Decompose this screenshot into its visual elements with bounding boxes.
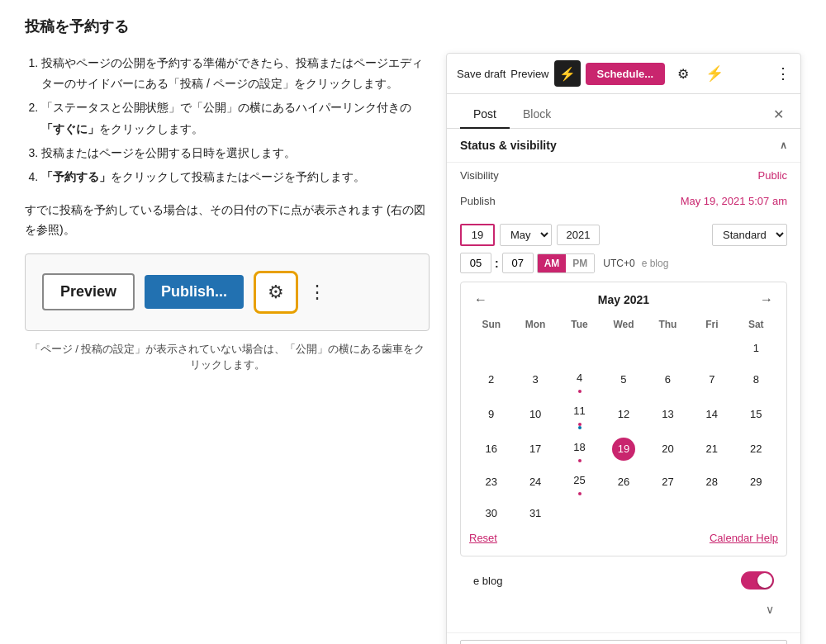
calendar-day[interactable]: 7 bbox=[690, 363, 733, 396]
day-header-fri: Fri bbox=[690, 315, 733, 334]
tab-block[interactable]: Block bbox=[510, 101, 564, 129]
calendar-day bbox=[646, 334, 690, 363]
blog-toggle[interactable] bbox=[741, 571, 774, 590]
more-options-button[interactable]: ⋮ bbox=[308, 282, 326, 303]
calendar-day[interactable]: 27 bbox=[646, 466, 690, 499]
time-row: : AM PM UTC+0 e blog bbox=[460, 253, 787, 273]
instruction-item-1: 投稿やページの公開を予約する準備ができたら、投稿またはページエディターのサイドバ… bbox=[41, 53, 430, 94]
calendar-day[interactable]: 9 bbox=[469, 396, 513, 433]
calendar-day-headers: Sun Mon Tue Wed Thu Fri Sat bbox=[469, 315, 778, 334]
publish-button[interactable]: Publish... bbox=[145, 275, 244, 309]
caption-1: 「ページ / 投稿の設定」が表示されていない場合は、「公開」の横にある歯車をクリ… bbox=[25, 341, 430, 373]
calendar-day[interactable]: 15 bbox=[734, 396, 778, 433]
calendar-week: 3031 bbox=[469, 499, 778, 528]
calendar-grid: Sun Mon Tue Wed Thu Fri Sat 123456789101… bbox=[469, 315, 778, 528]
preview-button[interactable]: Preview bbox=[42, 273, 135, 310]
publish-value[interactable]: May 19, 2021 5:07 am bbox=[681, 195, 787, 207]
calendar-day[interactable]: 16 bbox=[469, 433, 513, 466]
hour-input[interactable] bbox=[460, 253, 491, 273]
calendar-day[interactable]: 1 bbox=[734, 334, 778, 363]
calendar-week: 16171819202122 bbox=[469, 433, 778, 466]
pm-button[interactable]: PM bbox=[566, 254, 594, 272]
preview-box: Preview Publish... ⚙ ⋮ bbox=[25, 253, 430, 331]
calendar-day bbox=[690, 499, 733, 528]
calendar-day[interactable]: 17 bbox=[513, 433, 557, 466]
tab-post[interactable]: Post bbox=[460, 101, 510, 129]
next-month-button[interactable]: → bbox=[755, 291, 778, 309]
calendar-day[interactable]: 13 bbox=[646, 396, 690, 433]
calendar-day bbox=[558, 334, 601, 363]
instruction-item-3: 投稿またはページを公開する日時を選択します。 bbox=[41, 143, 430, 163]
calendar-day bbox=[469, 334, 513, 363]
minute-input[interactable] bbox=[502, 253, 534, 273]
gear-settings-button[interactable]: ⚙ bbox=[670, 60, 696, 87]
calendar-day[interactable]: 28 bbox=[690, 466, 733, 499]
standard-select[interactable]: Standard bbox=[712, 224, 787, 246]
calendar-day[interactable]: 8 bbox=[734, 363, 778, 396]
publish-row: Publish May 19, 2021 5:07 am bbox=[447, 188, 800, 214]
calendar-day[interactable]: 12 bbox=[601, 396, 645, 433]
day-header-thu: Thu bbox=[646, 315, 690, 334]
calendar-week: 1 bbox=[469, 334, 778, 363]
calendar-day bbox=[558, 499, 601, 528]
calendar-week: 9101112131415 bbox=[469, 396, 778, 433]
calendar-day[interactable]: 3 bbox=[513, 363, 557, 396]
day-header-tue: Tue bbox=[558, 315, 601, 334]
save-draft-button[interactable]: Save draft bbox=[457, 68, 506, 80]
calendar-area: May Standard : AM PM UTC+0 bbox=[447, 214, 800, 632]
calendar-day[interactable]: 4 bbox=[558, 363, 601, 396]
gear-button-highlighted[interactable]: ⚙ bbox=[254, 271, 298, 314]
calendar-day bbox=[690, 334, 733, 363]
visibility-label: Visibility bbox=[460, 169, 499, 182]
calendar-day[interactable]: 2 bbox=[469, 363, 513, 396]
search-categories-section bbox=[447, 632, 800, 644]
calendar-week: 2345678 bbox=[469, 363, 778, 396]
prev-month-button[interactable]: ← bbox=[469, 291, 492, 309]
calendar-footer: Reset Calendar Help bbox=[469, 528, 778, 547]
calendar-day[interactable]: 6 bbox=[646, 363, 690, 396]
calendar-day[interactable]: 24 bbox=[513, 466, 557, 499]
chevron-up-icon: ∧ bbox=[780, 140, 787, 151]
calendar-day[interactable]: 26 bbox=[601, 466, 645, 499]
search-categories-input[interactable] bbox=[460, 640, 787, 644]
calendar-day[interactable]: 18 bbox=[558, 433, 601, 466]
calendar-day[interactable]: 20 bbox=[646, 433, 690, 466]
more-options-toolbar-button[interactable]: ⋮ bbox=[776, 64, 790, 83]
right-panel: Save draft Preview ⚡ Schedule... ⚙ ⚡ ⋮ P… bbox=[446, 53, 801, 644]
lightning-button-dark[interactable]: ⚡ bbox=[554, 60, 581, 87]
publish-label: Publish bbox=[460, 195, 496, 207]
day-header-wed: Wed bbox=[601, 315, 645, 334]
lightning-button-teal[interactable]: ⚡ bbox=[701, 60, 728, 87]
calendar-day[interactable]: 25 bbox=[558, 466, 601, 499]
calendar-day[interactable]: 5 bbox=[601, 363, 645, 396]
collapse-button[interactable]: ∨ bbox=[766, 603, 774, 616]
schedule-button[interactable]: Schedule... bbox=[586, 63, 666, 85]
calendar-day[interactable]: 22 bbox=[734, 433, 778, 466]
calendar-day[interactable]: 23 bbox=[469, 466, 513, 499]
gear-settings-icon: ⚙ bbox=[677, 66, 689, 82]
calendar-widget: ← May 2021 → Sun Mon Tue Wed Thu bbox=[460, 282, 787, 556]
calendar-day[interactable]: 19 bbox=[601, 433, 645, 466]
calendar-day[interactable]: 10 bbox=[513, 396, 557, 433]
reset-link[interactable]: Reset bbox=[469, 532, 497, 544]
calendar-day[interactable]: 11 bbox=[558, 396, 601, 433]
calendar-day[interactable]: 14 bbox=[690, 396, 733, 433]
dots-icon: ⋮ bbox=[308, 282, 326, 302]
am-button[interactable]: AM bbox=[538, 254, 567, 272]
year-input[interactable] bbox=[557, 225, 600, 245]
instruction-list: 投稿やページの公開を予約する準備ができたら、投稿またはページエディターのサイドバ… bbox=[25, 53, 430, 187]
calendar-day[interactable]: 31 bbox=[513, 499, 557, 528]
preview-btn[interactable]: Preview bbox=[510, 68, 548, 80]
instruction-item-2: 「ステータスと公開状態」で「公開」の横にあるハイパーリンク付きの「すぐに」をクリ… bbox=[41, 97, 430, 139]
calendar-day[interactable]: 29 bbox=[734, 466, 778, 499]
calendar-header: ← May 2021 → bbox=[469, 291, 778, 309]
panel-tabs: Post Block ✕ bbox=[447, 94, 800, 129]
blog-toggle-row: e blog bbox=[460, 565, 787, 596]
calendar-help-link[interactable]: Calendar Help bbox=[710, 532, 778, 544]
calendar-day[interactable]: 30 bbox=[469, 499, 513, 528]
month-select[interactable]: May bbox=[500, 224, 552, 246]
visibility-value[interactable]: Public bbox=[758, 169, 787, 182]
close-panel-button[interactable]: ✕ bbox=[770, 103, 787, 125]
day-input[interactable] bbox=[460, 224, 495, 246]
calendar-day[interactable]: 21 bbox=[690, 433, 733, 466]
